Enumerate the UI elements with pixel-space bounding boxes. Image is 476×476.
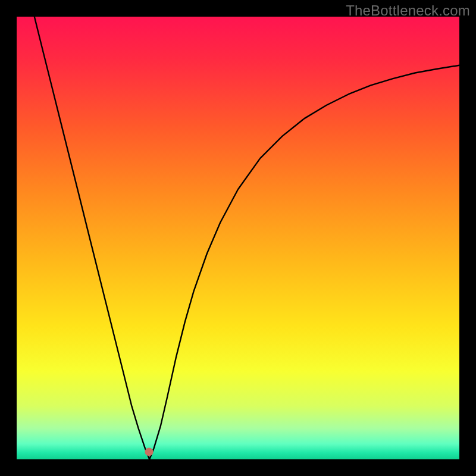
watermark-text: TheBottleneck.com xyxy=(346,2,470,19)
optimum-marker xyxy=(145,447,154,456)
gradient-background xyxy=(17,17,459,459)
chart-frame xyxy=(17,17,459,459)
bottleneck-chart xyxy=(17,17,459,459)
